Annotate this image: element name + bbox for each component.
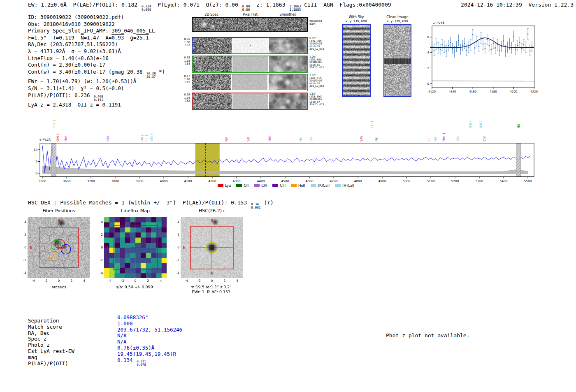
- model-curve: [430, 38, 534, 47]
- y-tick-label: 4: [427, 51, 430, 54]
- legend-item: CIV: [254, 183, 267, 188]
- emission-line-label: Hγ: [374, 137, 378, 141]
- match-table-label: P(LAE)/P(OII): [28, 360, 68, 366]
- x-tick-label: 4200: [510, 90, 517, 93]
- y-tick-label: 0: [175, 246, 179, 249]
- info-line: RA,Dec (203.671707,51.156223): [28, 41, 165, 48]
- x-tick-label: 3900: [135, 179, 143, 183]
- data-point: [474, 47, 475, 48]
- spec2d-row-stats: 0.171.20172: [176, 75, 190, 84]
- text-run: λ = 4171.92Å σ = 9.02(±3.61)Å: [28, 48, 121, 54]
- y-tick-label: -2: [98, 258, 103, 262]
- cutout-caption: s/b: 0.54 +/- 0.099: [98, 285, 171, 289]
- text-run: 1.000: [117, 320, 133, 327]
- legend-item: OII: [236, 183, 249, 188]
- east-label: E: [106, 246, 108, 250]
- x-tick-label: 4500: [281, 179, 289, 183]
- data-point: [509, 44, 510, 44]
- data-point: [450, 42, 451, 43]
- x-tick-label: 4600: [305, 179, 313, 183]
- cutout-overlay: NE: [28, 217, 90, 278]
- match-table-label: Photo z: [28, 342, 50, 348]
- spec2d-row-stats: 0.181.93153: [176, 56, 190, 66]
- data-point: [452, 48, 453, 49]
- data-point: [483, 44, 483, 44]
- x-tick-label: 4000: [160, 179, 167, 183]
- data-point: [478, 46, 479, 47]
- pixelflat-image: [232, 74, 267, 90]
- spec2d-col-header-2dspec: 2D Spec: [191, 13, 232, 16]
- data-point: [460, 49, 461, 50]
- north-label: N: [211, 219, 213, 223]
- stacked-hi-lo-value: 20.3820.37: [146, 72, 156, 79]
- info-line: λ = 4171.92Å σ = 9.02(±3.61)Å: [28, 48, 165, 55]
- info-line: Cont(w) = 3.40(±0.01)e-17 (gmag 20.38 20…: [28, 69, 165, 79]
- fiber-circle: [54, 226, 63, 235]
- emission-line-label: CIII {: [370, 121, 374, 128]
- spec2d-row-meta: 1.02"(340, 515)20180416v010_07309_LL_053: [309, 74, 324, 88]
- spec2d-row: [192, 37, 308, 54]
- fiber-circle: [64, 260, 73, 269]
- emission-line-label: SiIV {: [52, 120, 56, 128]
- x-tick-label: 3500: [38, 179, 46, 183]
- data-point: [456, 46, 457, 47]
- data-point: [517, 45, 518, 46]
- emission-line-label: OIII {: [150, 133, 153, 141]
- stat-value: 153: [176, 63, 190, 66]
- stacked-hi-lo-value: 0.340.081: [251, 203, 260, 209]
- cutout-title: Lineflux Map: [104, 208, 167, 213]
- spec2d-image: [193, 93, 232, 109]
- emission-line-label: Hβ: [517, 124, 520, 128]
- spec2d-col-header-pixelflat: Pixel Flat: [230, 13, 271, 16]
- emission-line-label: HeII: [268, 135, 272, 141]
- emission-line-label: CII: [427, 137, 431, 141]
- cutout-caption: m:19.5 re:1.1" s:0.2": [175, 285, 247, 289]
- with-sky-image: [343, 25, 370, 96]
- pixelflat-image: [232, 56, 268, 72]
- x-tick-label: 2: [145, 279, 151, 283]
- text-run: Obs: 20180416v010_3090019022: [28, 21, 115, 27]
- legend-item: (H)CaII: [335, 183, 354, 188]
- x-tick-label: 5300: [475, 179, 483, 183]
- text-run: P(LAE)/P(OII): 0.236: [28, 92, 93, 98]
- match-table-value: 203.671732, 51.156246: [117, 327, 182, 333]
- spec2d-col-header-smoothed: Smoothed: [267, 13, 309, 16]
- data-point: [442, 44, 443, 45]
- fiber-circle: [73, 243, 83, 252]
- legend-label: Lyα: [225, 183, 231, 188]
- text-run: ID: 3090019022 (3090019022.pdf): [28, 14, 124, 20]
- y-tick-label: 5: [35, 160, 37, 163]
- text-run: 0.0988326": [117, 314, 148, 320]
- y-tick-label: 10: [33, 148, 37, 152]
- smoothed-image: [269, 38, 307, 53]
- pixelflat-image: [232, 38, 268, 53]
- cutout-box: NE: [28, 217, 90, 278]
- match-table-label: Est LyA rest-EW: [28, 348, 74, 354]
- data-point: [521, 48, 522, 49]
- y-tick-label: 2: [427, 67, 429, 70]
- match-table-label: Separation: [28, 318, 59, 324]
- match-table-value: 0.76(±0.35)Å: [117, 345, 154, 351]
- y-tick-label: 2: [175, 233, 179, 237]
- y-tick-label: -2: [175, 258, 179, 262]
- spec2d-row: [192, 74, 308, 91]
- data-point: [499, 50, 499, 51]
- data-point: [485, 48, 485, 49]
- emission-line-label: HeII: [64, 135, 67, 141]
- spec2d-image: [193, 56, 232, 72]
- north-label: N: [134, 219, 137, 223]
- text-run: Cont(n) = 2.30(±0.00)e-17: [28, 62, 105, 68]
- x-tick-label: 4200: [208, 179, 216, 183]
- x-tick-label: 4700: [330, 179, 337, 183]
- info-line: ID: 3090019022 (3090019022.pdf): [28, 14, 165, 21]
- data-point: [472, 34, 473, 35]
- noise-floor-line: [432, 81, 535, 81]
- data-point: [519, 42, 520, 43]
- meta-line: 309_LL_072: [309, 66, 324, 69]
- text-run: HSC-DEX : Possible Matches = 1 (within +…: [28, 199, 250, 206]
- stacked-hi-lo-value: 0.000.00: [242, 5, 250, 12]
- data-point: [505, 51, 506, 51]
- spec2d-image: [193, 38, 232, 53]
- data-point: [489, 45, 490, 46]
- data-point: [462, 45, 463, 46]
